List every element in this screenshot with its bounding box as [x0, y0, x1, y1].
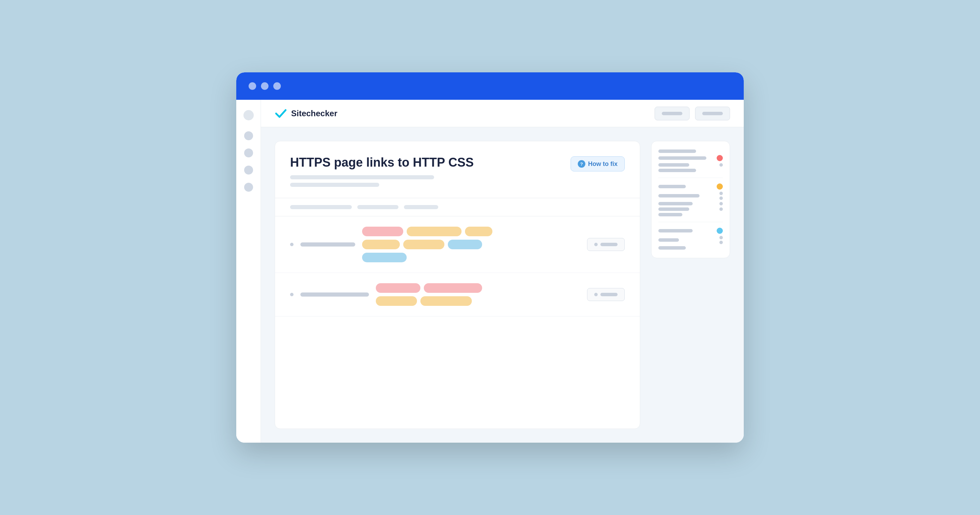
- row-tags-2: [376, 283, 580, 306]
- rs-dot-orange-1: [717, 183, 723, 190]
- browser-window: Sitechecker: [236, 72, 744, 443]
- subtitle-line-2: [290, 183, 379, 187]
- panel-header: HTTPS page links to HTTP CSS ? How to fi…: [275, 141, 640, 198]
- right-sidebar: [651, 141, 730, 429]
- rs-bar-2-3: [659, 202, 693, 205]
- topnav-buttons: [655, 106, 730, 120]
- filter-bar-2: [357, 205, 398, 209]
- tag-orange-5: [376, 296, 417, 306]
- left-sidebar: [236, 100, 261, 443]
- rs-mini-dots-5: [719, 236, 723, 244]
- topnav-btn-1[interactable]: [655, 106, 690, 120]
- rs-section-2: [659, 183, 723, 222]
- action-dot-1: [594, 243, 598, 246]
- panel-subtitle-area: [290, 175, 562, 187]
- rs-row-1-3: [659, 163, 723, 167]
- row-url-2: [301, 292, 369, 297]
- topnav-btn-2[interactable]: [695, 106, 730, 120]
- logo-area: Sitechecker: [275, 109, 648, 118]
- rs-row-3-3: [659, 246, 723, 250]
- ls-nav-dot-4[interactable]: [244, 183, 253, 192]
- rs-mini-dot-1: [719, 163, 723, 167]
- ls-nav-dot-3[interactable]: [244, 165, 253, 175]
- rs-bar-1-1: [659, 149, 696, 153]
- how-to-fix-label: How to fix: [588, 161, 617, 168]
- panel-header-left: HTTPS page links to HTTP CSS: [290, 155, 562, 187]
- tag-orange-6: [420, 296, 472, 306]
- table-row: [275, 216, 640, 273]
- rs-row-2-5: [659, 213, 723, 216]
- rs-bar-2-4: [659, 207, 689, 211]
- tags-line-2-1: [376, 283, 482, 293]
- sitechecker-logo-icon: [275, 109, 287, 118]
- rs-mini-dots-4: [719, 207, 723, 211]
- ls-logo-circle: [243, 110, 254, 120]
- row-tags-1: [362, 227, 580, 262]
- topnav: Sitechecker: [261, 100, 744, 127]
- rs-row-3-2: [659, 236, 723, 244]
- rs-mini-dots-3: [719, 202, 723, 205]
- rs-mini-dot-5a: [719, 236, 723, 239]
- rs-bar-2-2: [659, 194, 700, 197]
- row-indicator-1: [290, 243, 294, 246]
- tag-orange-3: [362, 240, 400, 249]
- rs-row-1-1: [659, 149, 723, 153]
- tag-orange-4: [403, 240, 444, 249]
- rs-mini-dots-1: [719, 163, 723, 167]
- action-dot-2: [594, 293, 598, 296]
- rs-mini-dot-4: [719, 207, 723, 211]
- tags-line-1-1: [362, 227, 492, 236]
- row-action-2[interactable]: [587, 288, 625, 301]
- rs-mini-dot-2a: [719, 192, 723, 195]
- tags-line-1-3: [362, 253, 407, 262]
- rs-dot-red-1: [717, 155, 723, 161]
- rs-mini-dots-2: [719, 192, 723, 200]
- tag-blue-1: [448, 240, 482, 249]
- tags-line-1-2: [362, 240, 482, 249]
- tag-blue-2: [362, 253, 407, 262]
- rs-row-2-2: [659, 192, 723, 200]
- rs-bar-1-4: [659, 169, 696, 172]
- rs-mini-dot-2b: [719, 197, 723, 200]
- right-sidebar-inner: [651, 141, 730, 258]
- tag-red-3: [424, 283, 482, 293]
- filter-row: [275, 198, 640, 216]
- browser-dot-3: [273, 82, 281, 90]
- subtitle-line-1: [290, 175, 434, 179]
- ls-nav-dots: [244, 131, 253, 192]
- tag-orange-1: [407, 227, 461, 236]
- action-text-2: [600, 293, 617, 296]
- ls-nav-dot-1[interactable]: [244, 131, 253, 140]
- rs-bar-3-3: [659, 246, 686, 250]
- row-url-1: [301, 242, 355, 246]
- tag-red-2: [376, 283, 420, 293]
- filter-bar-1: [290, 205, 352, 209]
- browser-dots: [248, 82, 281, 90]
- rs-row-2-3: [659, 202, 723, 205]
- table-row-2: [275, 273, 640, 316]
- rs-mini-dot-3: [719, 202, 723, 205]
- tags-line-2-2: [376, 296, 472, 306]
- panel-title: HTTPS page links to HTTP CSS: [290, 155, 562, 170]
- how-to-fix-icon: ?: [578, 160, 585, 168]
- rs-section-3: [659, 228, 723, 250]
- browser-titlebar: [236, 72, 744, 100]
- ls-nav-dot-2[interactable]: [244, 148, 253, 157]
- how-to-fix-button[interactable]: ? How to fix: [571, 156, 625, 172]
- browser-dot-2: [261, 82, 269, 90]
- logo-text: Sitechecker: [291, 109, 337, 118]
- rs-bar-3-2: [659, 238, 679, 242]
- rs-bar-3-1: [659, 229, 693, 232]
- page-content: HTTPS page links to HTTP CSS ? How to fi…: [261, 127, 744, 443]
- row-action-1[interactable]: [587, 238, 625, 251]
- rs-mini-dot-5b: [719, 241, 723, 244]
- rs-section-1: [659, 149, 723, 178]
- rs-bar-2-1: [659, 185, 686, 188]
- rs-dot-blue-1: [717, 228, 723, 234]
- tag-orange-2: [465, 227, 492, 236]
- main-panel: HTTPS page links to HTTP CSS ? How to fi…: [275, 141, 640, 429]
- rs-row-1-4: [659, 169, 723, 172]
- topnav-btn-2-bar: [702, 112, 723, 115]
- filter-bar-3: [404, 205, 438, 209]
- action-text-1: [600, 243, 617, 246]
